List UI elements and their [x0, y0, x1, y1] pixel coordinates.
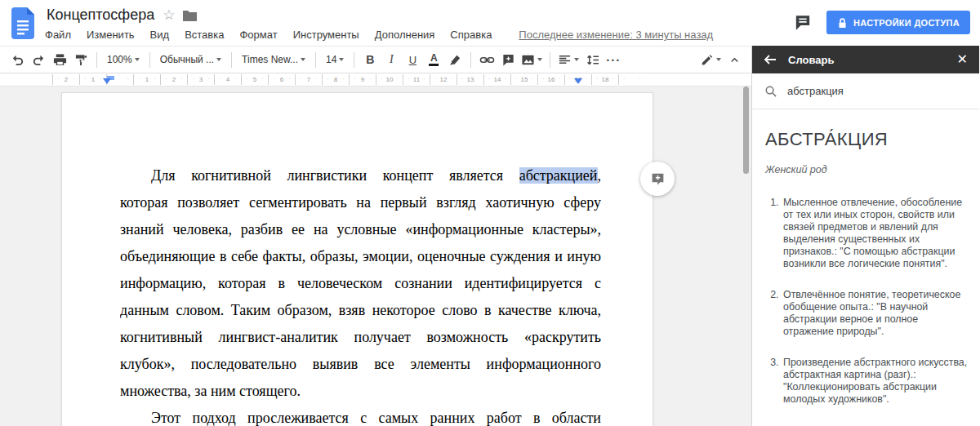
ruler-cell: 6: [268, 74, 295, 85]
text-line: данным словом. Таким образом, взяв некот…: [120, 297, 601, 324]
ruler-cell: 12: [430, 74, 457, 85]
topbar-right: НАСТРОЙКИ ДОСТУПА: [794, 0, 980, 34]
paint-format-button[interactable]: [70, 49, 91, 70]
sidebar-title: Словарь: [788, 54, 834, 66]
star-icon[interactable]: ☆: [163, 8, 175, 22]
dictionary-search-input[interactable]: [787, 85, 967, 97]
document-canvas[interactable]: Для когнитивной лингвистики концепт явля…: [0, 87, 751, 426]
add-comment-fab[interactable]: [640, 162, 675, 196]
chevron-down-icon: [716, 58, 721, 61]
font-size-select[interactable]: 14: [321, 49, 349, 70]
text-line: объединяющие в себе факты, образы, эмоци…: [120, 243, 601, 270]
chevron-down-icon: [301, 58, 305, 61]
insert-image-button[interactable]: [519, 49, 545, 70]
chevron-down-icon: [339, 58, 344, 61]
editing-mode-button[interactable]: [697, 49, 724, 70]
ruler-cell: 2: [52, 74, 79, 85]
toolbar-separator: [231, 52, 232, 68]
folder-icon[interactable]: [183, 10, 197, 21]
ruler-cell: 11: [403, 74, 430, 85]
selected-word[interactable]: абстракцией: [519, 167, 598, 184]
toolbar-separator: [96, 52, 97, 68]
text-line: Для когнитивной лингвистики концепт явля…: [120, 162, 601, 189]
menu-help[interactable]: Справка: [450, 29, 492, 41]
add-comment-icon: [650, 171, 666, 187]
title-area: Концептосфера ☆ Файл Изменить Вид Вставк…: [45, 0, 713, 41]
menu-file[interactable]: Файл: [45, 29, 71, 41]
font-family-select[interactable]: Times New...: [237, 49, 310, 70]
comments-icon[interactable]: [794, 14, 812, 31]
ruler-cell: 7: [295, 74, 322, 85]
topbar: Концептосфера ☆ Файл Изменить Вид Вставк…: [0, 0, 980, 46]
menu-format[interactable]: Формат: [239, 29, 277, 41]
google-docs-app: Концептосфера ☆ Файл Изменить Вид Вставк…: [0, 0, 980, 426]
line-spacing-button[interactable]: [581, 49, 603, 70]
toolbar-separator: [315, 52, 316, 68]
definitions-list: Мысленное отвлечение, обособление от тех…: [765, 197, 968, 406]
ruler-cell: 15: [510, 74, 537, 85]
ruler: 21123456789101112131415161718: [0, 73, 751, 87]
insert-comment-button[interactable]: [497, 49, 519, 70]
ruler-cell: 5: [241, 74, 268, 85]
page[interactable]: Для когнитивной лингвистики концепт явля…: [61, 92, 653, 426]
toolbar-separator: [550, 52, 550, 68]
right-indent-marker[interactable]: [574, 78, 582, 84]
menu-tools[interactable]: Инструменты: [293, 29, 359, 41]
highlight-color-button[interactable]: [444, 49, 466, 70]
ruler-cell: 14: [483, 74, 510, 85]
main-row: 100% Обычный ... Times New... 14 B I U: [0, 46, 980, 426]
definition-item: Отвлечённое понятие, теоретическое обобщ…: [782, 289, 968, 338]
menu-addons[interactable]: Дополнения: [375, 29, 435, 41]
text-color-button[interactable]: A: [423, 49, 444, 70]
sidebar-search-row: [752, 73, 979, 109]
close-icon[interactable]: ✕: [957, 53, 968, 66]
bold-button[interactable]: B: [359, 49, 381, 70]
align-button[interactable]: [555, 49, 581, 70]
menu-view[interactable]: Вид: [150, 29, 170, 41]
undo-button[interactable]: [7, 49, 28, 70]
ruler-cell: 13: [457, 74, 483, 85]
menu-insert[interactable]: Вставка: [185, 29, 224, 41]
ruler-numbers: 21123456789101112131415161718: [52, 74, 645, 85]
redo-button[interactable]: [28, 49, 49, 70]
toolbar: 100% Обычный ... Times New... 14 B I U: [0, 46, 751, 73]
docs-logo-icon[interactable]: [11, 7, 35, 39]
document-column: 100% Обычный ... Times New... 14 B I U: [0, 46, 752, 426]
text-line: знаний человека, разбив ее на условные «…: [120, 216, 601, 243]
ruler-cell: 2: [160, 74, 187, 85]
chevron-down-icon: [574, 58, 579, 61]
scrollbar-thumb[interactable]: [743, 87, 749, 174]
print-button[interactable]: [49, 49, 70, 70]
italic-button[interactable]: I: [381, 49, 402, 70]
zoom-select[interactable]: 100%: [102, 49, 145, 70]
share-button-label: НАСТРОЙКИ ДОСТУПА: [853, 18, 960, 28]
left-indent-marker[interactable]: [103, 78, 111, 84]
toolbar-separator: [354, 52, 354, 68]
ruler-cell: 1: [133, 74, 160, 85]
ruler-cell: 9: [349, 74, 376, 85]
underline-button[interactable]: U: [402, 49, 423, 70]
text-line: клубок», последовательно выявив все элем…: [120, 351, 601, 378]
more-options-button[interactable]: ···: [603, 49, 624, 70]
ruler-cell: 10: [376, 74, 403, 85]
toolbar-separator: [470, 52, 471, 68]
collapse-toolbar-button[interactable]: [724, 49, 745, 70]
lock-icon: [837, 17, 848, 29]
dictionary-sidebar: Словарь ✕ АБСТРА́КЦИЯ Женский род Мыслен…: [752, 46, 979, 426]
ruler-cell: 8: [322, 74, 349, 85]
ruler-cell: 4: [214, 74, 241, 85]
last-edit-link[interactable]: Последнее изменение: 3 минуты назад: [519, 29, 713, 41]
insert-link-button[interactable]: [476, 49, 497, 70]
text-line: Этот подход прослеживается с самых ранни…: [120, 405, 601, 426]
back-arrow-icon[interactable]: [764, 54, 777, 65]
text-line: информацию, которая в человеческом созна…: [120, 270, 601, 297]
document-title[interactable]: Концептосфера: [45, 7, 154, 24]
chevron-down-icon: [216, 58, 221, 61]
paragraph-style-select[interactable]: Обычный ...: [155, 49, 226, 70]
sidebar-header: Словарь ✕: [752, 46, 979, 73]
text-line: множества, за ним стоящего.: [120, 378, 601, 405]
ruler-cell: 3: [187, 74, 214, 85]
menu-edit[interactable]: Изменить: [87, 29, 135, 41]
text-line: которая позволяет сегментировать на перв…: [120, 189, 601, 216]
share-button[interactable]: НАСТРОЙКИ ДОСТУПА: [826, 11, 970, 34]
